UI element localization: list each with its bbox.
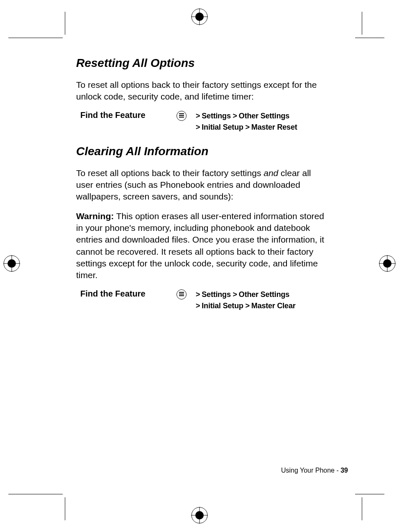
crop-mark	[362, 497, 362, 520]
path-seg: Settings	[202, 290, 230, 299]
warning-label: Warning:	[76, 211, 114, 221]
menu-icon	[176, 111, 187, 121]
path-seg: Other Settings	[239, 112, 289, 120]
registration-mark-bottom	[191, 507, 208, 524]
crop-mark	[8, 38, 63, 38]
crop-mark	[65, 12, 65, 35]
warning-paragraph: Warning: This option erases all user-ent…	[76, 210, 330, 281]
registration-mark-right	[379, 255, 396, 272]
path-seg: Master Clear	[251, 302, 296, 310]
page-content: Resetting All Options To reset all optio…	[76, 56, 330, 323]
crop-mark	[355, 38, 384, 38]
body-clearing: To reset all options back to their facto…	[76, 167, 330, 203]
body-pre: To reset all options back to their facto…	[76, 168, 263, 178]
body-and: and	[263, 168, 278, 178]
path-seg: Initial Setup	[202, 302, 243, 310]
path-seg: Master Reset	[251, 123, 297, 131]
heading-resetting: Resetting All Options	[76, 56, 330, 70]
feature-row-clear: Find the Feature >Settings >Other Settin…	[76, 289, 330, 312]
page-footer: Using Your Phone - 39	[281, 467, 348, 474]
body-resetting: To reset all options back to their facto…	[76, 79, 330, 103]
crop-mark	[8, 494, 63, 494]
heading-clearing: Clearing All Information	[76, 145, 330, 158]
registration-mark-top	[191, 8, 208, 25]
path-seg: Settings	[202, 112, 230, 120]
path-seg: Initial Setup	[202, 123, 243, 131]
warning-body: This option erases all user-entered info…	[76, 211, 324, 280]
path-seg: Other Settings	[239, 290, 289, 299]
registration-mark-left	[3, 255, 20, 272]
feature-path-reset: >Settings >Other Settings >Initial Setup…	[196, 110, 297, 133]
footer-text: Using Your Phone -	[281, 467, 340, 474]
crop-mark	[362, 12, 362, 35]
page-number: 39	[340, 467, 348, 474]
crop-mark	[355, 494, 384, 494]
feature-path-clear: >Settings >Other Settings >Initial Setup…	[196, 289, 296, 312]
feature-row-reset: Find the Feature >Settings >Other Settin…	[76, 110, 330, 133]
crop-mark	[65, 497, 65, 520]
feature-label: Find the Feature	[76, 289, 176, 299]
menu-icon	[176, 289, 187, 299]
feature-label: Find the Feature	[76, 110, 176, 120]
